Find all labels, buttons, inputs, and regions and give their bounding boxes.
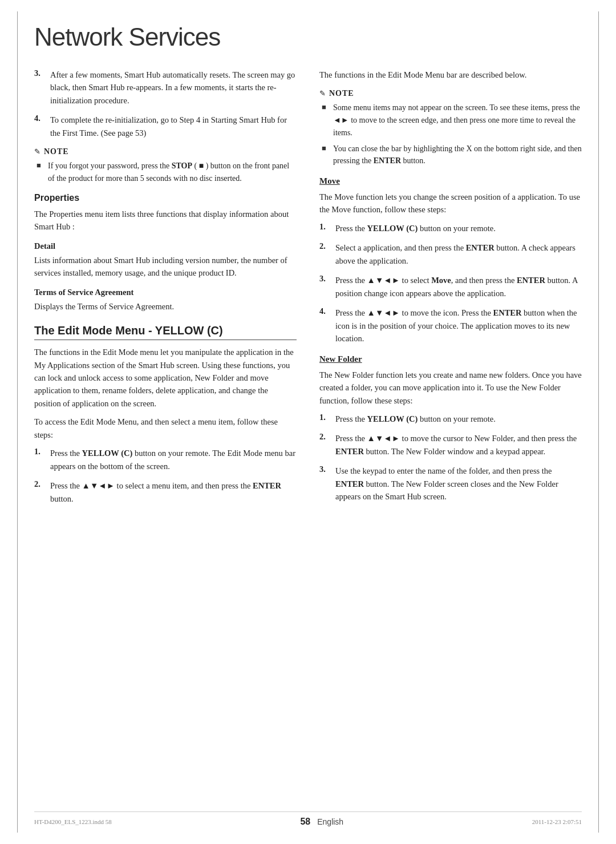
step-4-text: To complete the re-initialization, go to… (50, 114, 297, 139)
functions-intro: The functions in the Edit Mode Menu bar … (319, 68, 582, 81)
move-intro: The Move function lets you change the sc… (319, 191, 582, 216)
footer-date: 2011-12-23 2:07:51 (532, 818, 582, 825)
new-folder-heading: New Folder (319, 354, 582, 364)
note-box-1: ✎ NOTE ■ If you forgot your password, pr… (34, 147, 297, 184)
new-folder-step-2-num: 2. (319, 432, 331, 458)
move-step-3-num: 3. (319, 274, 331, 300)
edit-mode-heading: The Edit Mode Menu - YELLOW (C) (34, 324, 297, 340)
note-text-2b: You can close the bar by highlighting th… (333, 143, 582, 167)
properties-intro: The Properties menu item lists three fun… (34, 208, 297, 233)
note-icon-1: ✎ (34, 147, 40, 156)
terms-text: Displays the Terms of Service Agreement. (34, 300, 297, 313)
note-bullet-2b: ■ (322, 143, 329, 167)
new-folder-step-1-text: Press the YELLOW (C) button on your remo… (335, 413, 496, 425)
move-step-2: 2. Select a application, and then press … (319, 241, 582, 267)
note-text-1: If you forgot your password, press the S… (48, 160, 297, 184)
edit-step-1-num: 1. (34, 447, 46, 473)
move-step-3-text: Press the ▲▼◄► to select Move, and then … (335, 274, 582, 300)
edit-mode-access: To access the Edit Mode Menu, and then s… (34, 415, 297, 441)
new-folder-step-1: 1. Press the YELLOW (C) button on your r… (319, 413, 582, 425)
note-header-2: ✎ NOTE (319, 89, 582, 98)
note-icon-2: ✎ (319, 89, 326, 98)
move-step-4-num: 4. (319, 306, 331, 345)
move-step-4-text: Press the ▲▼◄► to move the icon. Press t… (335, 306, 582, 345)
new-folder-intro: The New Folder function lets you create … (319, 369, 582, 407)
left-column: 3. After a few moments, Smart Hub automa… (34, 68, 297, 512)
note-text-2a: Some menu items may not appear on the sc… (333, 102, 582, 139)
edit-step-2-num: 2. (34, 479, 46, 505)
move-step-2-text: Select a application, and then press the… (335, 241, 582, 267)
footer-file: HT-D4200_ELS_1223.indd 58 (34, 818, 112, 825)
move-step-1-num: 1. (319, 222, 331, 235)
move-step-1: 1. Press the YELLOW (C) button on your r… (319, 222, 582, 235)
move-step-3: 3. Press the ▲▼◄► to select Move, and th… (319, 274, 582, 300)
new-folder-step-3-num: 3. (319, 465, 331, 503)
new-folder-step-3-text: Use the keypad to enter the name of the … (335, 465, 582, 503)
step-4: 4. To complete the re-initialization, go… (34, 114, 297, 139)
properties-heading: Properties (34, 193, 297, 203)
page-container: Network Services 3. After a few moments,… (0, 0, 616, 844)
detail-heading: Detail (34, 241, 297, 251)
note-box-2: ✎ NOTE ■ Some menu items may not appear … (319, 89, 582, 167)
right-column: The functions in the Edit Mode Menu bar … (319, 68, 582, 512)
border-left (17, 11, 18, 833)
note-bullet-2a: ■ (322, 102, 329, 139)
move-step-4: 4. Press the ▲▼◄► to move the icon. Pres… (319, 306, 582, 345)
two-column-layout: 3. After a few moments, Smart Hub automa… (34, 68, 582, 512)
new-folder-step-1-num: 1. (319, 413, 331, 425)
move-step-2-num: 2. (319, 241, 331, 267)
edit-mode-intro: The functions in the Edit Mode menu let … (34, 346, 297, 410)
move-heading: Move (319, 176, 582, 186)
note-item-2b: ■ You can close the bar by highlighting … (319, 143, 582, 167)
step-3-text: After a few moments, Smart Hub automatic… (50, 68, 297, 107)
page-title: Network Services (34, 23, 582, 51)
edit-step-2: 2. Press the ▲▼◄► to select a menu item,… (34, 479, 297, 505)
edit-step-2-text: Press the ▲▼◄► to select a menu item, an… (50, 479, 297, 505)
note-header-1: ✎ NOTE (34, 147, 297, 156)
step-4-num: 4. (34, 114, 46, 139)
note-item-2a: ■ Some menu items may not appear on the … (319, 102, 582, 139)
note-label-1: NOTE (44, 147, 69, 156)
note-bullet-1: ■ (37, 160, 43, 184)
edit-step-1-text: Press the YELLOW (C) button on your remo… (50, 447, 297, 473)
border-right (598, 11, 599, 833)
move-step-1-text: Press the YELLOW (C) button on your remo… (335, 222, 496, 235)
edit-step-1: 1. Press the YELLOW (C) button on your r… (34, 447, 297, 473)
note-item-1: ■ If you forgot your password, press the… (34, 160, 297, 184)
detail-text: Lists information about Smart Hub includ… (34, 254, 297, 280)
page-number: 58 (300, 817, 310, 827)
new-folder-step-3: 3. Use the keypad to enter the name of t… (319, 465, 582, 503)
step-3: 3. After a few moments, Smart Hub automa… (34, 68, 297, 107)
new-folder-step-2: 2. Press the ▲▼◄► to move the cursor to … (319, 432, 582, 458)
terms-heading: Terms of Service Agreement (34, 288, 297, 297)
step-3-num: 3. (34, 68, 46, 107)
new-folder-step-2-text: Press the ▲▼◄► to move the cursor to New… (335, 432, 582, 458)
page-language: English (317, 817, 343, 826)
note-label-2: NOTE (329, 89, 354, 98)
page-footer: HT-D4200_ELS_1223.indd 58 58 English 201… (34, 811, 582, 827)
